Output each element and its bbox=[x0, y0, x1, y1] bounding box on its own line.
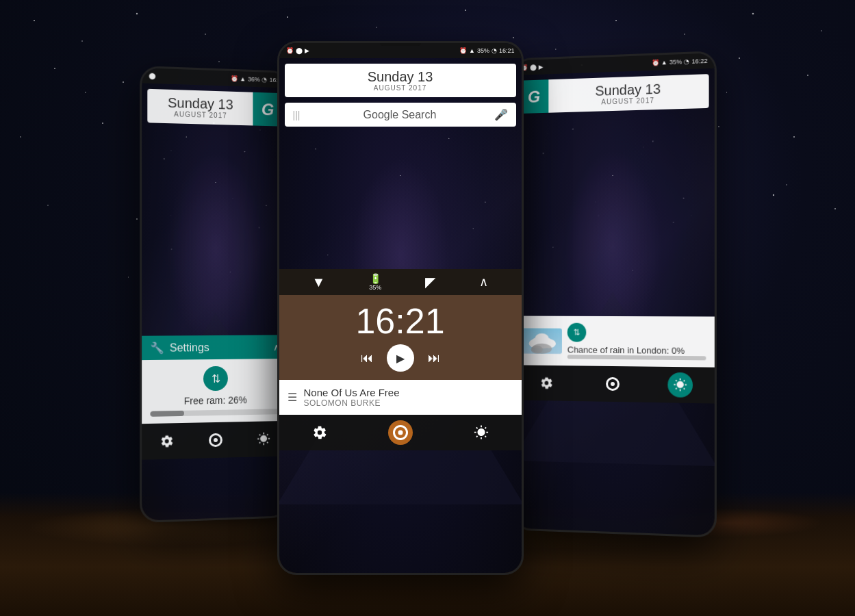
radio-icon-left bbox=[209, 433, 222, 447]
phone-right-status-right: ⏰ ▲ 35% ◔ 16:22 bbox=[651, 57, 707, 66]
weather-body: ⇅ Chance of rain in London: 0% bbox=[513, 316, 714, 367]
weather-icon-center bbox=[474, 425, 489, 440]
radio-icon-right bbox=[606, 377, 620, 391]
phone-center-content-area bbox=[279, 132, 522, 269]
radio-nav-btn-left[interactable] bbox=[203, 428, 228, 453]
phone-left-ram-widget: ⇅ Free ram: 26% bbox=[142, 359, 288, 424]
music-menu-icon[interactable]: ☰ bbox=[288, 391, 297, 404]
phone-left-settings-widget[interactable]: 🔧 Settings ∧ bbox=[142, 335, 288, 360]
signal-icon-left: ▲ bbox=[240, 75, 246, 82]
battery-drawer-pct: 35% bbox=[369, 284, 381, 291]
phone-right-google-btn[interactable]: G bbox=[519, 79, 548, 114]
play-icon: ▶ bbox=[396, 352, 405, 365]
phone-center-day: Sunday 13 bbox=[293, 69, 508, 84]
phone-left-date-text: Sunday 13 AUGUST 2017 bbox=[147, 89, 253, 126]
phone-center-status-left: ⏰ ⬤ ▶ bbox=[286, 47, 309, 54]
phone-left-content-area bbox=[142, 128, 288, 336]
settings-nav-btn-left[interactable] bbox=[154, 428, 179, 454]
whatsapp-icon-center: ⬤ bbox=[296, 47, 303, 54]
phone-right: ⏰ ⬤ ▶ ⏰ ▲ 35% ◔ 16:22 G Sunday 13 AUGUST… bbox=[511, 51, 716, 538]
phone-left-date-widget[interactable]: Sunday 13 AUGUST 2017 G bbox=[147, 89, 282, 127]
alarm-icon-left: ⏰ bbox=[230, 75, 238, 82]
weather-nav-btn-right[interactable] bbox=[667, 372, 693, 398]
notification-drawer: ▼ 🔋 35% ◤ ∧ 16:21 ⏮ ▶ bbox=[279, 269, 522, 415]
wifi-center: ▲ bbox=[469, 47, 475, 54]
weather-info-text: ⇅ Chance of rain in London: 0% bbox=[567, 323, 706, 361]
radio-icon-center bbox=[393, 425, 408, 440]
signal-drawer-icon: ◤ bbox=[425, 274, 435, 290]
settings-nav-btn-center[interactable] bbox=[307, 420, 332, 445]
music-widget: ☰ None Of Us Are Free SOLOMON BURKE bbox=[279, 380, 522, 415]
ring-icon-right: ◔ bbox=[684, 58, 689, 65]
phone-center-month: AUGUST 2017 bbox=[293, 84, 508, 92]
phone-center-search-bar[interactable]: ||| Google Search 🎤 bbox=[285, 103, 516, 127]
search-bars-icon: ||| bbox=[293, 110, 301, 120]
prev-track-btn[interactable]: ⏮ bbox=[361, 351, 373, 365]
phone-left-bottom-nav bbox=[142, 421, 288, 460]
ram-bar bbox=[150, 409, 279, 417]
battery-drawer-group: 🔋 35% bbox=[369, 273, 381, 291]
phone-center-bottom-nav bbox=[279, 415, 522, 450]
phone-right-status-left: ⏰ ⬤ ▶ bbox=[520, 64, 543, 71]
ram-refresh-btn[interactable]: ⇅ bbox=[203, 366, 228, 391]
settings-gear-icon-left bbox=[159, 434, 173, 448]
whatsapp-icon-right: ⬤ bbox=[530, 64, 537, 70]
phone-left-status-right: ⏰ ▲ 36% ◔ 16:2 bbox=[230, 75, 281, 84]
phone-left: ⬤ ⏰ ▲ 36% ◔ 16:2 Sunday 13 AUGUST 2017 G bbox=[140, 66, 290, 523]
phone-left-day: Sunday 13 bbox=[155, 94, 244, 112]
alarm-icon-center: ⏰ bbox=[286, 47, 294, 54]
music-title: None Of Us Are Free bbox=[304, 387, 513, 398]
alarm2-icon-right: ⏰ bbox=[651, 59, 659, 66]
phone-right-content-area bbox=[513, 114, 714, 294]
phone-left-inner: ⬤ ⏰ ▲ 36% ◔ 16:2 Sunday 13 AUGUST 2017 G bbox=[142, 68, 288, 521]
phone-center-inner: ⏰ ⬤ ▶ ⏰ ▲ 35% ◔ 16:21 Sunday 13 AUGUST 2… bbox=[279, 43, 522, 573]
music-text: None Of Us Are Free SOLOMON BURKE bbox=[304, 387, 513, 408]
phone-right-inner: ⏰ ⬤ ▶ ⏰ ▲ 35% ◔ 16:22 G Sunday 13 AUGUST… bbox=[513, 53, 714, 535]
settings-gear-icon-center bbox=[312, 425, 327, 440]
weather-progress-bar bbox=[567, 355, 706, 360]
weather-refresh-row: ⇅ bbox=[567, 323, 706, 343]
phone-left-status-left: ⬤ bbox=[149, 73, 155, 79]
clock-time: 16:21 bbox=[288, 303, 513, 339]
phones-container: ⬤ ⏰ ▲ 36% ◔ 16:2 Sunday 13 AUGUST 2017 G bbox=[0, 0, 855, 616]
battery-drawer-icon: 🔋 bbox=[370, 273, 381, 284]
time-center: 16:21 bbox=[499, 47, 515, 54]
signal-icon-right: ▲ bbox=[661, 59, 667, 66]
weather-icon-right bbox=[673, 378, 687, 392]
media-icon-center: ▶ bbox=[305, 47, 309, 54]
search-bar-text: Google Search bbox=[305, 109, 494, 121]
settings-nav-btn-right[interactable] bbox=[534, 371, 558, 396]
battery-center: 35% bbox=[477, 47, 489, 54]
wifi-drawer-icon[interactable]: ▼ bbox=[312, 274, 326, 290]
phone-center-date-widget[interactable]: Sunday 13 AUGUST 2017 bbox=[285, 64, 516, 97]
battery-left: 36% bbox=[248, 76, 260, 84]
settings-gear-icon-right bbox=[539, 376, 553, 390]
battery-right: 35% bbox=[669, 58, 681, 66]
collapse-drawer-btn[interactable]: ∧ bbox=[479, 274, 488, 290]
ram-bar-fill bbox=[150, 411, 184, 417]
radio-nav-btn-center[interactable] bbox=[388, 420, 413, 445]
media-icon-right: ▶ bbox=[538, 64, 543, 70]
radio-nav-btn-right[interactable] bbox=[600, 372, 625, 397]
play-btn[interactable]: ▶ bbox=[387, 344, 414, 372]
next-track-btn[interactable]: ⏭ bbox=[428, 351, 440, 365]
settings-widget-title: Settings bbox=[169, 341, 267, 354]
phone-right-date-text: Sunday 13 AUGUST 2017 bbox=[548, 74, 709, 113]
ring-icon-center: ◔ bbox=[492, 47, 497, 54]
weather-nav-btn-left[interactable] bbox=[251, 426, 275, 452]
phone-right-bottom-nav bbox=[513, 365, 714, 403]
music-artist: SOLOMON BURKE bbox=[304, 398, 513, 408]
clock-icon-left: ◔ bbox=[261, 76, 267, 83]
time-right: 16:22 bbox=[691, 57, 707, 65]
weather-description: Chance of rain in London: 0% bbox=[567, 344, 706, 356]
alarm2-icon-center: ⏰ bbox=[459, 47, 467, 54]
drawer-icons-row: ▼ 🔋 35% ◤ ∧ bbox=[279, 269, 522, 295]
phone-right-date-widget[interactable]: G Sunday 13 AUGUST 2017 bbox=[519, 74, 709, 114]
whatsapp-icon-left: ⬤ bbox=[149, 73, 155, 79]
weather-refresh-btn[interactable]: ⇅ bbox=[567, 323, 586, 342]
ram-text: Free ram: 26% bbox=[183, 394, 246, 407]
settings-wrench-icon: 🔧 bbox=[150, 342, 164, 355]
mic-icon[interactable]: 🎤 bbox=[494, 108, 508, 121]
refresh-icon: ⇅ bbox=[211, 372, 220, 385]
weather-nav-btn-center[interactable] bbox=[469, 420, 494, 445]
